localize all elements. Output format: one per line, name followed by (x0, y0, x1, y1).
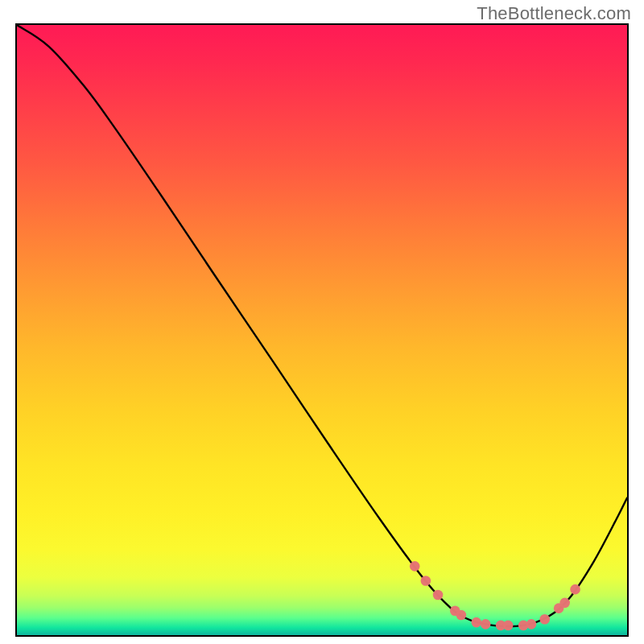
highlight-dot (559, 598, 570, 609)
highlight-dot (526, 619, 537, 630)
highlight-dot (570, 584, 580, 595)
watermark-text: TheBottleneck.com (477, 3, 631, 24)
plot-frame (15, 23, 629, 637)
curve-line (17, 25, 627, 626)
highlight-dot (456, 610, 467, 621)
highlight-dot (539, 614, 550, 625)
highlight-dot (481, 619, 491, 630)
highlight-dots (410, 561, 580, 630)
highlight-dot (471, 617, 481, 628)
chart-stage: TheBottleneck.com (0, 0, 644, 644)
highlight-dot (421, 576, 431, 586)
highlight-dot (410, 561, 420, 572)
highlight-dot (503, 621, 514, 631)
highlight-dot (433, 590, 444, 601)
bottleneck-curve-plot (17, 25, 627, 635)
